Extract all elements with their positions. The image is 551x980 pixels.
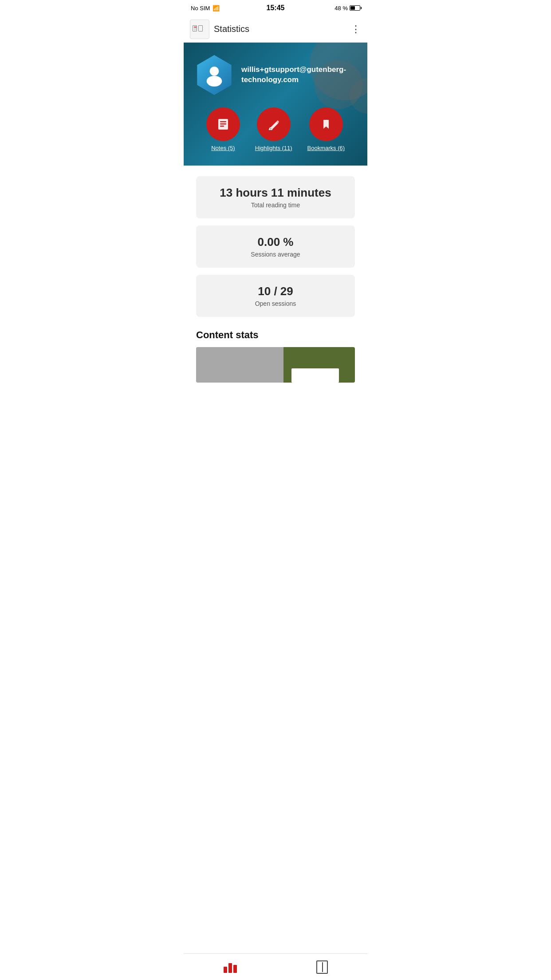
status-bar: No SIM 📶 15:45 48 % bbox=[184, 0, 367, 16]
profile-top: willis+gtsupport@gutenberg-technology.co… bbox=[194, 55, 357, 95]
content-chart bbox=[196, 347, 355, 383]
avatar bbox=[194, 55, 234, 95]
open-sessions-card: 10 / 29 Open sessions bbox=[196, 275, 355, 317]
chart-gray-segment bbox=[196, 347, 283, 383]
wifi-icon: 📶 bbox=[213, 5, 220, 12]
battery-text: 48 % bbox=[335, 5, 348, 12]
app-header: Statistics ⋮ bbox=[184, 16, 367, 43]
open-sessions-label: Open sessions bbox=[203, 300, 348, 307]
user-icon bbox=[203, 63, 226, 87]
bookmarks-icon bbox=[318, 116, 334, 132]
highlights-button[interactable]: Highlights (11) bbox=[255, 107, 292, 151]
open-sessions-value: 10 / 29 bbox=[203, 285, 348, 298]
battery-area: 48 % bbox=[335, 5, 360, 12]
status-time: 15:45 bbox=[267, 4, 285, 12]
sessions-average-value: 0.00 % bbox=[203, 235, 348, 249]
content-stats-title: Content stats bbox=[196, 329, 355, 341]
reading-time-value: 13 hours 11 minutes bbox=[203, 186, 348, 200]
more-menu-button[interactable]: ⋮ bbox=[351, 24, 361, 34]
user-email: willis+gtsupport@gutenberg-technology.co… bbox=[241, 65, 357, 85]
bookmarks-icon-circle bbox=[309, 107, 343, 141]
notes-button[interactable]: Notes (5) bbox=[206, 107, 240, 151]
sessions-average-card: 0.00 % Sessions average bbox=[196, 225, 355, 268]
profile-banner: willis+gtsupport@gutenberg-technology.co… bbox=[184, 43, 367, 166]
highlights-icon bbox=[266, 116, 282, 132]
svg-rect-5 bbox=[220, 126, 224, 127]
highlights-icon-circle bbox=[257, 107, 291, 141]
app-logo bbox=[190, 20, 209, 39]
notes-label: Notes (5) bbox=[211, 145, 235, 151]
svg-point-1 bbox=[207, 76, 222, 87]
sessions-average-label: Sessions average bbox=[203, 251, 348, 258]
reading-time-card: 13 hours 11 minutes Total reading time bbox=[196, 176, 355, 218]
bookmarks-button[interactable]: Bookmarks (6) bbox=[307, 107, 345, 151]
notes-icon bbox=[215, 116, 231, 132]
svg-rect-4 bbox=[220, 123, 226, 125]
content-stats-section: Content stats bbox=[184, 328, 367, 390]
highlights-label: Highlights (11) bbox=[255, 145, 292, 151]
carrier-text: No SIM bbox=[191, 5, 210, 12]
app-header-left: Statistics bbox=[190, 20, 249, 39]
svg-rect-3 bbox=[220, 121, 226, 122]
carrier-wifi: No SIM 📶 bbox=[191, 5, 220, 12]
battery-icon bbox=[350, 5, 360, 11]
bookmarks-label: Bookmarks (6) bbox=[307, 145, 345, 151]
chart-white-box bbox=[291, 368, 339, 383]
action-buttons: Notes (5) Highlights (11) Bookmarks ( bbox=[194, 107, 357, 151]
reading-time-label: Total reading time bbox=[203, 202, 348, 209]
stats-section: 13 hours 11 minutes Total reading time 0… bbox=[184, 166, 367, 328]
page-title: Statistics bbox=[214, 24, 249, 34]
svg-point-0 bbox=[210, 67, 219, 76]
notes-icon-circle bbox=[206, 107, 240, 141]
